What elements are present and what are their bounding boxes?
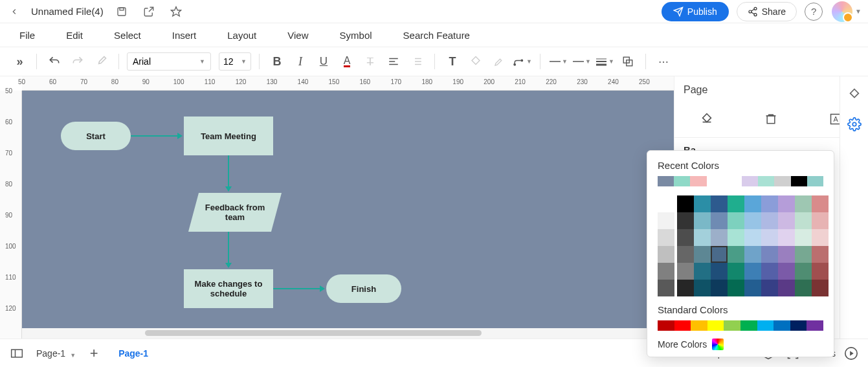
menu-layout[interactable]: Layout [227, 30, 256, 41]
bold-icon[interactable]: B [267, 52, 287, 71]
standard-swatch[interactable] [773, 320, 790, 331]
shape-finish[interactable]: Finish [326, 274, 401, 303]
grid-swatch[interactable] [694, 263, 711, 280]
grid-swatch[interactable] [694, 212, 711, 229]
grid-swatch[interactable] [677, 195, 694, 212]
recent-swatch[interactable] [690, 176, 706, 186]
italic-icon[interactable]: I [291, 52, 310, 71]
standard-swatch[interactable] [707, 320, 724, 331]
publish-button[interactable]: Publish [662, 2, 729, 21]
grid-swatch[interactable] [795, 195, 812, 212]
recent-swatch[interactable] [791, 176, 807, 186]
arrow[interactable] [273, 288, 324, 289]
grid-swatch[interactable] [677, 263, 694, 280]
add-page-icon[interactable]: + [85, 344, 103, 362]
grid-swatch[interactable] [711, 280, 728, 296]
menu-file[interactable]: File [19, 30, 35, 41]
recent-swatch[interactable] [674, 176, 690, 186]
underline-icon[interactable]: U [314, 52, 333, 71]
grid-swatch[interactable] [795, 246, 812, 263]
standard-swatch[interactable] [790, 320, 807, 331]
grid-swatch[interactable] [744, 195, 761, 212]
grid-swatch[interactable] [795, 212, 812, 229]
grid-swatch[interactable] [761, 263, 778, 280]
highlight-icon[interactable] [489, 52, 509, 71]
grid-swatch[interactable] [812, 246, 829, 263]
grid-swatch[interactable] [778, 195, 795, 212]
standard-swatch[interactable] [757, 320, 774, 331]
grid-swatch[interactable] [795, 263, 812, 280]
grid-swatch[interactable] [744, 280, 761, 296]
standard-swatch[interactable] [658, 320, 674, 331]
grid-swatch[interactable] [694, 280, 711, 296]
save-icon[interactable] [113, 3, 131, 21]
shape-feedback[interactable]: Feedback from team [188, 193, 282, 232]
text-tool-icon[interactable]: T [443, 52, 462, 71]
grid-swatch[interactable] [778, 212, 795, 229]
redo-icon[interactable] [68, 52, 87, 71]
strikethrough-icon[interactable]: T̶ [361, 52, 380, 71]
arrow[interactable] [228, 155, 229, 190]
grid-swatch[interactable] [658, 195, 674, 212]
rail-theme-icon[interactable] [845, 85, 863, 104]
menu-search[interactable]: Search Feature [403, 30, 470, 41]
grid-swatch[interactable] [744, 212, 761, 229]
undo-icon[interactable] [45, 52, 64, 71]
standard-swatch[interactable] [740, 320, 757, 331]
list-icon[interactable] [407, 52, 427, 71]
shape-meeting[interactable]: Team Meeting [184, 117, 273, 155]
recent-swatch[interactable] [742, 176, 758, 186]
page-tab-active[interactable]: Page-1 [109, 348, 157, 359]
grid-swatch[interactable] [658, 280, 674, 296]
arrow[interactable] [131, 135, 181, 137]
grid-swatch[interactable] [711, 195, 728, 212]
font-size-select[interactable]: 12▼ [219, 52, 251, 71]
more-colors-button[interactable]: More Colors [658, 339, 823, 350]
grid-swatch[interactable] [812, 212, 829, 229]
grid-swatch[interactable] [744, 263, 761, 280]
shape-start[interactable]: Start [61, 122, 131, 150]
grid-swatch[interactable] [795, 229, 812, 246]
menu-edit[interactable]: Edit [66, 30, 83, 41]
star-icon[interactable] [167, 3, 185, 21]
grid-swatch[interactable] [711, 212, 728, 229]
position-icon[interactable] [618, 52, 638, 71]
grid-swatch[interactable] [677, 280, 694, 296]
recent-swatch[interactable] [774, 176, 790, 186]
standard-swatch[interactable] [807, 320, 823, 331]
grid-swatch[interactable] [658, 212, 674, 229]
grid-swatch[interactable] [761, 212, 778, 229]
fill-tab-icon[interactable] [698, 110, 716, 128]
grid-swatch[interactable] [728, 212, 744, 229]
back-icon[interactable] [6, 4, 22, 19]
connector-icon[interactable]: ▼ [513, 52, 532, 71]
line-weight-icon[interactable]: ▼ [595, 52, 614, 71]
horizontal-scrollbar[interactable] [22, 328, 674, 339]
shape-fill-icon[interactable] [466, 52, 485, 71]
menu-select[interactable]: Select [114, 30, 141, 41]
grid-swatch[interactable] [778, 263, 795, 280]
grid-swatch[interactable] [744, 229, 761, 246]
arrow[interactable] [228, 232, 229, 267]
grid-swatch[interactable] [658, 229, 674, 246]
grid-swatch[interactable] [761, 246, 778, 263]
grid-swatch[interactable] [711, 246, 728, 263]
menu-view[interactable]: View [287, 30, 308, 41]
grid-swatch[interactable] [728, 195, 744, 212]
align-icon[interactable] [384, 52, 403, 71]
grid-swatch[interactable] [744, 246, 761, 263]
rail-settings-icon[interactable] [845, 115, 863, 133]
grid-swatch[interactable] [677, 212, 694, 229]
grid-swatch[interactable] [812, 263, 829, 280]
grid-swatch[interactable] [711, 229, 728, 246]
arrow-style-icon[interactable]: ▼ [572, 52, 591, 71]
grid-swatch[interactable] [761, 195, 778, 212]
grid-swatch[interactable] [728, 280, 744, 296]
more-icon[interactable]: ⋯ [654, 52, 673, 71]
grid-swatch[interactable] [761, 280, 778, 296]
grid-swatch[interactable] [728, 229, 744, 246]
font-color-icon[interactable]: A [337, 52, 357, 71]
standard-swatch[interactable] [724, 320, 740, 331]
grid-swatch[interactable] [728, 263, 744, 280]
grid-swatch[interactable] [694, 246, 711, 263]
